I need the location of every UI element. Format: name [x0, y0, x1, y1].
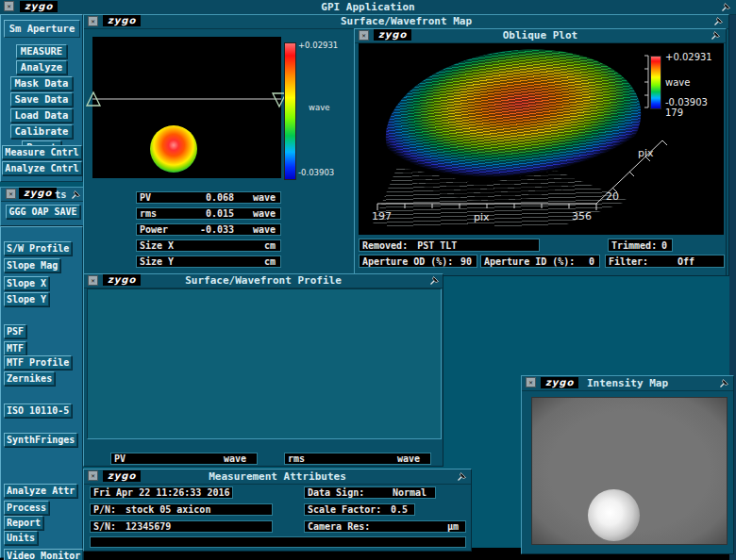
measure-cntrl-button[interactable]: Measure Cntrl — [2, 145, 82, 159]
load-data-button[interactable]: Load Data — [10, 108, 74, 123]
serial-number-field[interactable]: S/N: 12345679 — [90, 520, 273, 533]
stat-row-rms: rms 0.015 wave — [136, 207, 281, 220]
filter-field[interactable]: Filter: Off — [605, 255, 725, 268]
pushpin-icon[interactable] — [457, 470, 468, 482]
part-number-value: stock 05 axicon — [125, 504, 210, 515]
sidebar-item-iso[interactable]: ISO 10110-5 — [4, 404, 72, 418]
sidebar-item-units[interactable]: Units — [4, 531, 38, 545]
aperture-od-field[interactable]: Aperture OD (%): 90 — [359, 255, 477, 268]
part-number-field[interactable]: P/N: stock 05 axicon — [90, 503, 273, 516]
map-colorbar-min: -0.03903 — [298, 168, 334, 177]
intensity-window: ✕ zygo Intensity Map — [521, 375, 734, 554]
profile-titlebar: ✕ zygo Surface/Wavefront Profile — [84, 274, 443, 288]
map-titlebar: ✕ zygo Surface/Wavefront Map — [84, 15, 728, 29]
comment-field[interactable] — [90, 536, 466, 548]
sidebar-item-report[interactable]: Report — [4, 516, 43, 530]
map-colorbar-units: wave — [309, 103, 329, 112]
save-data-button[interactable]: Save Data — [10, 92, 74, 107]
sidebar-item-synthfringes[interactable]: SynthFringes — [4, 433, 77, 447]
analyze-cntrl-button[interactable]: Analyze Cntrl — [2, 161, 82, 175]
scripts-titlebar: ✕ zygo ts — [1, 188, 84, 202]
pushpin-icon[interactable] — [721, 1, 732, 12]
attributes-titlebar: ✕ zygo Measurement Attributes — [84, 469, 471, 485]
scale-factor-label: Scale Factor: — [308, 504, 381, 515]
app-titlebar: ✕ zygo GPI Application — [0, 0, 736, 15]
oblique-window-title: Oblique Plot — [355, 29, 726, 41]
sidebar-item-slope-x[interactable]: Slope X — [4, 276, 49, 290]
calibrate-button[interactable]: Calibrate — [10, 124, 74, 139]
left-panel: S/W Profile Slope Mag Slope X Slope Y PS… — [0, 226, 83, 558]
scripts-window-title: ts — [55, 189, 67, 200]
profile-pv-units: wave — [224, 453, 254, 464]
trimmed-field[interactable]: Trimmed: 0 — [608, 239, 673, 252]
sidebar-item-slope-y[interactable]: Slope Y — [4, 292, 49, 306]
mask-data-button[interactable]: Mask Data — [10, 76, 74, 91]
profile-pv-label: PV — [114, 453, 125, 464]
zygo-logo: zygo — [19, 188, 57, 199]
aperture-button-stack: MEASURE Analyze Mask Data Save Data Load… — [1, 44, 82, 155]
oblique-window: ✕ zygo Oblique Plot — [354, 28, 727, 276]
aperture-id-label: Aperture ID (%): — [484, 256, 575, 267]
slice-line-handle[interactable] — [84, 37, 290, 178]
measure-button[interactable]: MEASURE — [16, 44, 67, 58]
pushpin-icon[interactable] — [429, 274, 441, 286]
intensity-sphere — [588, 489, 640, 541]
serial-number-label: S/N: — [93, 521, 116, 532]
sidebar-item-zernikes[interactable]: Zernikes — [4, 371, 55, 386]
data-sign-label: Data Sign: — [308, 487, 364, 498]
wavefront-map-plot — [92, 37, 281, 178]
oblique-colorbar-min: -0.03903 — [665, 97, 708, 107]
profile-window: ✕ zygo Surface/Wavefront Profile PV wave… — [83, 273, 443, 467]
aperture-panel: Sm Aperture MEASURE Analyze Mask Data Sa… — [0, 14, 83, 182]
sidebar-item-mtf-profile[interactable]: MTF Profile — [4, 355, 72, 370]
serial-number-value: 12345679 — [125, 521, 171, 532]
close-icon[interactable]: ✕ — [6, 189, 16, 199]
oblique-rows-count: 179 — [665, 107, 683, 118]
timestamp-field[interactable]: Fri Apr 22 11:26:33 2016 — [90, 486, 233, 499]
pushpin-icon[interactable] — [71, 189, 82, 200]
stat-row-size-y: Size Y cm — [136, 255, 281, 268]
stat-row-size-x: Size X cm — [136, 239, 281, 252]
stat-value: 0.015 — [206, 208, 240, 219]
aperture-id-field[interactable]: Aperture ID (%): 0 — [480, 255, 600, 268]
map-colorbar — [284, 42, 296, 180]
pushpin-icon[interactable] — [719, 377, 730, 388]
scripts-window: ✕ zygo ts GGG OAP SAVE — [0, 187, 85, 226]
oblique-colorbar-units: wave — [665, 77, 690, 88]
scale-factor-value: 0.5 — [391, 504, 411, 515]
intensity-window-title: Intensity Map — [522, 377, 733, 389]
sidebar-item-slope-mag[interactable]: Slope Mag — [4, 258, 60, 272]
sidebar-item-process[interactable]: Process — [4, 501, 49, 515]
depth-axis-label: pix — [638, 147, 654, 159]
intensity-titlebar: ✕ zygo Intensity Map — [522, 376, 733, 391]
screen: ✕ zygo GPI Application Sm Aperture MEASU… — [0, 0, 736, 560]
oblique-colorbar-max: +0.02931 — [665, 52, 712, 62]
pushpin-icon[interactable] — [711, 29, 722, 41]
sidebar-item-analyze-attr[interactable]: Analyze Attr — [4, 484, 77, 498]
stat-value: 0.068 — [206, 192, 240, 203]
camera-res-field[interactable]: Camera Res: µm — [304, 520, 466, 533]
sidebar-item-video-monitor[interactable]: Video Monitor — [4, 549, 83, 560]
ggg-oap-save-button[interactable]: GGG OAP SAVE — [6, 205, 80, 219]
attributes-window-title: Measurement Attributes — [84, 470, 471, 483]
aperture-od-label: Aperture OD (%): — [362, 256, 453, 267]
scale-factor-field[interactable]: Scale Factor: 0.5 — [304, 503, 415, 516]
map-window-title: Surface/Wavefront Map — [84, 15, 728, 27]
camera-res-units: µm — [447, 521, 462, 532]
filter-label: Filter: — [609, 256, 648, 267]
oblique-axes — [359, 43, 724, 235]
removed-field[interactable]: Removed: PST TLT — [359, 239, 540, 252]
analyze-button[interactable]: Analyze — [16, 60, 67, 74]
app-title: GPI Application — [0, 1, 736, 13]
sidebar-item-sw-profile[interactable]: S/W Profile — [4, 241, 72, 255]
pushpin-icon[interactable] — [713, 15, 725, 26]
sidebar-item-psf[interactable]: PSF — [4, 324, 26, 338]
data-sign-field[interactable]: Data Sign: Normal — [304, 486, 436, 499]
data-sign-value: Normal — [393, 487, 432, 498]
sidebar-item-mtf[interactable]: MTF — [4, 341, 26, 355]
x-axis-max: 356 — [572, 210, 592, 222]
aperture-panel-title: Sm Aperture — [4, 20, 80, 38]
x-axis-min: 197 — [372, 210, 392, 222]
map-colorbar-max: +0.02931 — [298, 41, 338, 50]
stat-label: Size X — [140, 240, 174, 251]
